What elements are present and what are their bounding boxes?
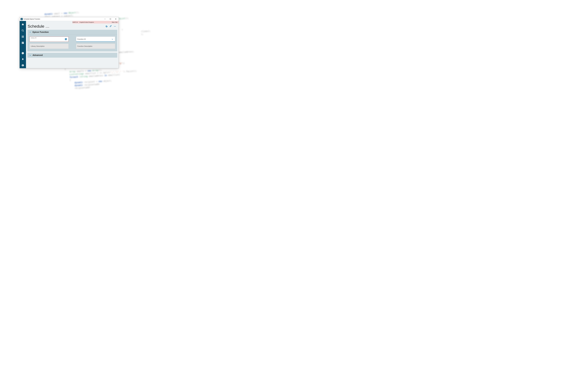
dashboard-icon <box>22 42 24 44</box>
panel-title: Advanced <box>32 54 43 56</box>
panel-advanced: Advanced <box>27 53 117 58</box>
bell-icon <box>22 58 24 61</box>
function-id-field[interactable]: Function ID <box>76 37 115 42</box>
svg-rect-2 <box>22 36 22 36</box>
toolbar-settings[interactable] <box>104 24 109 29</box>
svg-rect-6 <box>22 36 23 37</box>
library-id-label: Library ID <box>31 37 36 39</box>
minimize-icon <box>104 18 105 20</box>
background-code: dynamic email = new Object(); email.subj… <box>44 0 588 91</box>
app-icon: e <box>21 18 23 20</box>
close-button[interactable] <box>113 17 118 21</box>
sidebar-item-account[interactable] <box>20 62 26 68</box>
page-title: Schedule … <box>28 24 104 29</box>
header-row: Schedule … <box>26 23 119 30</box>
maximize-icon <box>110 18 111 20</box>
sidebar-item-dashboard[interactable] <box>20 40 26 46</box>
function-id-dropdown-button[interactable] <box>111 38 114 41</box>
content: DARYLH English/United Kingdom Main Site … <box>26 21 119 68</box>
window-title: Schedule Epicor Function <box>23 18 102 20</box>
sidebar: ? <box>20 21 26 68</box>
svg-rect-8 <box>22 37 22 38</box>
chevron-up-icon <box>29 31 31 33</box>
search-in-box-icon <box>65 38 67 40</box>
svg-rect-14 <box>22 43 23 44</box>
function-id-label: Function ID <box>77 38 86 40</box>
library-id-search-button[interactable] <box>64 38 67 41</box>
function-description-label: Function Description <box>77 45 93 47</box>
minimize-button[interactable] <box>102 17 108 21</box>
svg-text:?: ? <box>22 52 23 54</box>
panel-header-epicor-function[interactable]: Epicor Function <box>27 30 117 35</box>
svg-point-19 <box>114 26 115 26</box>
svg-point-1 <box>22 30 23 31</box>
library-description-field: Library Description <box>30 44 69 49</box>
svg-rect-10 <box>23 37 24 38</box>
sidebar-item-help[interactable]: ? <box>20 50 26 56</box>
gear-icon <box>105 25 108 28</box>
chevron-down-icon <box>29 54 31 56</box>
home-icon <box>21 23 24 26</box>
info-bar: DARYLH English/United Kingdom Main Site <box>73 21 119 23</box>
svg-rect-11 <box>22 42 23 43</box>
sidebar-item-apps[interactable] <box>20 34 26 40</box>
maximize-button[interactable] <box>108 17 113 21</box>
svg-point-20 <box>115 26 115 26</box>
close-icon <box>115 18 116 20</box>
account-icon <box>21 64 24 67</box>
chevron-down-icon <box>112 38 113 40</box>
search-icon <box>21 29 24 32</box>
more-icon <box>114 25 116 28</box>
sidebar-item-notifications[interactable] <box>20 56 26 62</box>
library-id-field[interactable]: Library ID <box>30 37 69 42</box>
svg-rect-3 <box>22 36 23 36</box>
panel-header-advanced[interactable]: Advanced <box>27 53 117 58</box>
svg-rect-13 <box>23 42 24 44</box>
sidebar-item-home[interactable] <box>20 22 26 27</box>
window-controls <box>102 17 118 21</box>
panel-title: Epicor Function <box>32 31 49 33</box>
svg-rect-12 <box>23 42 24 42</box>
svg-rect-0 <box>110 19 111 20</box>
svg-point-18 <box>22 65 23 65</box>
info-user: DARYLH <box>73 21 78 23</box>
svg-rect-9 <box>22 37 23 38</box>
panel-epicor-function: Epicor Function Library ID Function ID <box>27 30 117 51</box>
function-description-field: Function Description <box>76 44 115 49</box>
toolbar-clear[interactable] <box>109 24 113 29</box>
info-site: Main Site <box>112 21 117 23</box>
help-icon: ? <box>21 52 24 54</box>
svg-point-21 <box>115 26 116 26</box>
svg-rect-4 <box>23 36 24 36</box>
sidebar-item-search[interactable] <box>20 28 26 33</box>
app-window: e Schedule Epicor Function <box>20 17 119 68</box>
titlebar: e Schedule Epicor Function <box>20 17 119 21</box>
svg-rect-7 <box>23 36 24 37</box>
info-locale: English/United Kingdom <box>80 21 94 23</box>
library-description-label: Library Description <box>31 45 45 47</box>
svg-rect-5 <box>22 36 22 37</box>
broom-icon <box>109 25 112 28</box>
apps-grid-icon <box>22 35 24 38</box>
toolbar-more[interactable] <box>113 24 117 29</box>
